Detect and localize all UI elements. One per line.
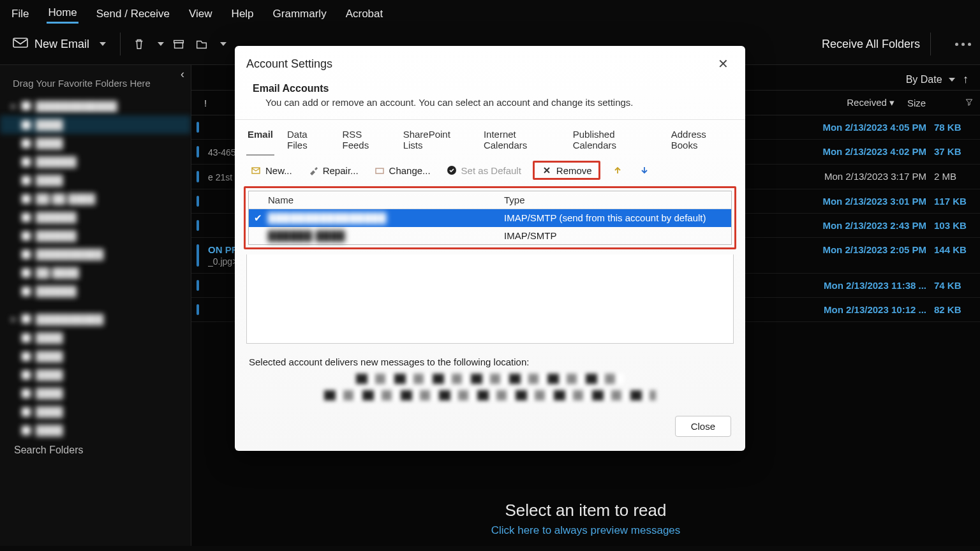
default-account-check-icon <box>249 227 263 244</box>
account-row[interactable]: ✔ ████████████████ IMAP/SMTP (send from … <box>249 209 731 227</box>
close-icon[interactable]: ✕ <box>713 54 734 74</box>
folder-item[interactable]: ██████ <box>0 282 191 300</box>
remove-label: Remove <box>556 165 592 176</box>
archive-icon[interactable] <box>170 36 187 52</box>
account-row[interactable]: ██████ ████ IMAP/SMTP <box>249 227 731 244</box>
menu-send-receive[interactable]: Send / Receive <box>95 5 171 23</box>
tab-internet-calendars[interactable]: Internet Calendars <box>482 126 560 156</box>
folder-item[interactable]: ████ <box>0 171 191 189</box>
section-description: You can add or remove an account. You ca… <box>253 97 727 108</box>
folder-item[interactable]: ████ <box>0 402 191 421</box>
folder-pane: ‹ Drag Your Favorite Folders Here ▸█████… <box>0 65 191 546</box>
folder-item[interactable]: ████ <box>0 134 191 152</box>
account-header[interactable]: ▸████████████ <box>0 96 191 115</box>
set-default-button: Set as Default <box>442 163 525 178</box>
ribbon-more-icon[interactable] <box>955 43 971 46</box>
menu-bar: File Home Send / Receive View Help Gramm… <box>0 0 980 30</box>
menu-home[interactable]: Home <box>47 4 78 24</box>
tab-email[interactable]: Email <box>246 126 274 156</box>
folder-item[interactable]: ██████ <box>0 152 191 171</box>
move-icon[interactable] <box>193 36 210 52</box>
menu-file[interactable]: File <box>10 5 30 23</box>
close-button[interactable]: Close <box>675 416 731 437</box>
sort-asc-icon[interactable]: ↑ <box>963 73 969 86</box>
message-received: Mon 2/13/2023 2:43 PM <box>822 220 926 231</box>
tab-data-files[interactable]: Data Files <box>286 126 329 156</box>
col-type[interactable]: Type <box>499 191 731 209</box>
tab-sharepoint-lists[interactable]: SharePoint Lists <box>402 126 471 156</box>
account-name: ██████ ████ <box>263 227 499 244</box>
search-folders[interactable]: Search Folders <box>0 439 191 461</box>
send-receive-all-button[interactable]: Receive All Folders <box>822 38 920 51</box>
account-type: IMAP/SMTP (send from this account by def… <box>499 209 731 227</box>
message-size: 82 KB <box>934 304 969 315</box>
folder-item[interactable]: ████ <box>0 384 191 402</box>
menu-grammarly[interactable]: Grammarly <box>272 5 328 23</box>
move-dropdown-icon[interactable] <box>220 42 226 46</box>
unread-indicator <box>197 146 199 158</box>
message-received: Mon 2/13/2023 3:01 PM <box>822 196 926 207</box>
change-icon <box>374 165 385 176</box>
new-email-button[interactable]: New Email <box>9 34 110 55</box>
svg-rect-4 <box>376 168 383 173</box>
col-size[interactable]: Size <box>901 95 958 111</box>
menu-help[interactable]: Help <box>230 5 255 23</box>
remove-icon <box>541 165 553 176</box>
folder-item[interactable]: ██ ██ ████ <box>0 189 191 208</box>
sort-by-date[interactable]: By Date <box>906 74 955 85</box>
repair-account-button[interactable]: Repair... <box>304 163 362 178</box>
move-down-button[interactable] <box>635 163 654 178</box>
col-name[interactable]: Name <box>263 191 499 209</box>
folder-item[interactable]: ████ <box>0 365 191 384</box>
new-icon <box>250 165 262 176</box>
mail-icon <box>13 36 28 52</box>
accounts-table[interactable]: Name Type ✔ ████████████████ IMAP/SMTP (… <box>248 191 732 245</box>
chevron-down-icon[interactable] <box>100 42 106 46</box>
set-default-label: Set as Default <box>461 165 521 176</box>
menu-view[interactable]: View <box>188 5 214 23</box>
always-preview-link[interactable]: Click here to always preview messages <box>491 524 681 537</box>
folder-item[interactable]: ████ <box>0 115 191 134</box>
folder-item[interactable]: ████ <box>0 347 191 365</box>
delete-icon[interactable] <box>131 36 147 52</box>
tab-rss-feeds[interactable]: RSS Feeds <box>341 126 390 156</box>
filter-icon[interactable] <box>958 95 974 111</box>
check-circle-icon <box>446 165 457 176</box>
new-email-label: New Email <box>34 38 89 51</box>
message-size: 74 KB <box>934 280 969 291</box>
change-account-button[interactable]: Change... <box>370 163 434 178</box>
account-type: IMAP/SMTP <box>499 227 731 244</box>
dialog-toolbar: New... Repair... Change... Set as Defaul… <box>235 156 745 186</box>
new-account-button[interactable]: New... <box>246 163 296 178</box>
folder-item[interactable]: ██████ <box>0 226 191 245</box>
tab-published-calendars[interactable]: Published Calendars <box>572 126 658 156</box>
collapse-folder-pane-icon[interactable]: ‹ <box>181 68 184 81</box>
message-received: Mon 2/13/2023 11:38 ... <box>824 280 926 291</box>
unread-indicator <box>197 244 199 267</box>
menu-acrobat[interactable]: Acrobat <box>345 5 385 23</box>
arrow-up-icon <box>612 165 623 176</box>
svg-rect-0 <box>13 38 27 47</box>
move-up-button[interactable] <box>608 163 627 178</box>
tab-address-books[interactable]: Address Books <box>670 126 734 156</box>
arrow-down-icon <box>639 165 650 176</box>
folder-item[interactable]: ██████ <box>0 208 191 226</box>
unread-indicator <box>197 280 199 291</box>
account-settings-dialog: Account Settings ✕ Email Accounts You ca… <box>235 46 745 451</box>
account-header[interactable]: ▸██████████ <box>0 309 191 328</box>
message-size: 103 KB <box>934 220 969 231</box>
folder-item[interactable]: ████ <box>0 328 191 347</box>
folder-item[interactable]: ████ <box>0 421 191 439</box>
message-size: 117 KB <box>934 196 969 207</box>
unread-indicator <box>197 122 199 133</box>
folder-item[interactable]: ██████████ <box>0 245 191 263</box>
message-size: 2 MB <box>934 171 969 182</box>
repair-icon <box>308 165 319 176</box>
remove-account-button[interactable]: Remove <box>533 161 600 180</box>
message-received: Mon 2/13/2023 4:05 PM <box>822 122 926 133</box>
section-title: Email Accounts <box>253 83 329 94</box>
delete-dropdown-icon[interactable] <box>158 42 164 46</box>
col-received[interactable]: Received ▾ <box>840 94 901 111</box>
new-account-label: New... <box>265 165 292 176</box>
folder-item[interactable]: ██ ████ <box>0 263 191 282</box>
